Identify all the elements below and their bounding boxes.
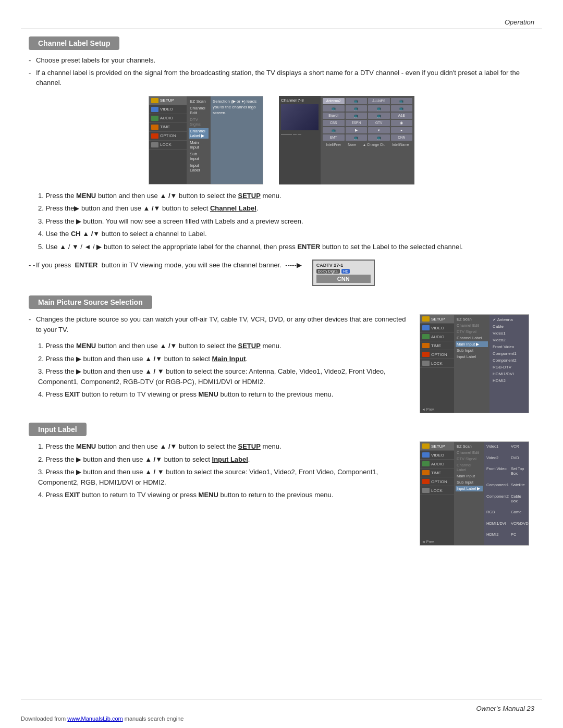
label-cell: 📺 xyxy=(368,113,390,119)
setup-bold-il1: SETUP xyxy=(238,442,260,450)
mi-sidebar-setup: SETUP xyxy=(420,315,454,324)
il-video1-label: Video1 xyxy=(486,444,509,455)
label-cell: 📺 xyxy=(346,98,368,104)
mi-time-label: TIME xyxy=(431,343,441,348)
exit-bold-mp: EXIT xyxy=(65,390,80,398)
mi-lock-icon xyxy=(422,361,430,366)
setup-main-menu: EZ Scan Channel Edit DTV Signal Channel … xyxy=(187,96,211,184)
label-cell: 📺 xyxy=(346,134,368,141)
mi-video2: Video2 xyxy=(492,337,527,343)
channel-label-steps: 1. Press the MENU button and then use ▲ … xyxy=(29,191,534,252)
footer-rule xyxy=(21,699,542,699)
menu-ezscan: EZ Scan xyxy=(189,98,209,104)
header-rule xyxy=(21,29,542,29)
il-comp1-label: Component1 xyxy=(486,483,509,493)
input-label-title: Input Label xyxy=(29,423,87,436)
ch-bold: CH ▲ /▼ xyxy=(71,230,100,238)
mp-step-2: 2. Press the ▶ button and then use ▲ /▼ … xyxy=(29,354,409,364)
mi-option-icon xyxy=(422,352,430,357)
footer-page-number: Owner's Manual 23 xyxy=(476,705,534,712)
sidebar-option-label: OPTION xyxy=(160,133,176,138)
labels-left-panel: Channel 7-8 ——— — — xyxy=(279,96,321,184)
enter-bold-1: ENTER xyxy=(297,243,320,251)
il-step-2: 2. Press the ▶ button and then use ▲ /▼ … xyxy=(29,454,409,465)
footer-download: Downloaded from www.ManualsLib.com manua… xyxy=(21,715,183,722)
il-step-3: 3. Press the ▶ button and then use ▲ / ▼… xyxy=(29,467,409,487)
step-3: 3. Press the ▶ button. You will now see … xyxy=(29,216,534,227)
il-rgb-label: RGB xyxy=(486,510,509,521)
sidebar-setup-label: SETUP xyxy=(160,98,174,103)
channel-name: CNN xyxy=(316,275,371,283)
main-input-bold: Main Input xyxy=(212,355,246,363)
setup-bold-1: SETUP xyxy=(238,192,260,200)
label-cell: EMT xyxy=(323,134,345,141)
label-cell: ♥ xyxy=(368,127,390,133)
channel-banner: CADTV 27-1 Dolby Digital HD CNN xyxy=(312,260,375,286)
il-sidebar-setup: SETUP xyxy=(420,442,454,451)
mi-lock-label: LOCK xyxy=(431,361,443,366)
label-cell: 📺 xyxy=(368,105,390,112)
arrows-il2: ▲ /▼ xyxy=(145,455,162,463)
il-comp2-label: Component2 xyxy=(486,494,509,510)
il-video-icon xyxy=(422,452,430,458)
channel-label-section: Channel Label Setup Choose preset labels… xyxy=(29,36,534,286)
label-cell: GTV xyxy=(368,120,390,126)
label-cell: 📺 xyxy=(346,105,368,112)
setup-icon xyxy=(151,98,158,103)
il-time-icon xyxy=(422,470,430,475)
il-cable-value: Cable Box xyxy=(511,494,529,510)
il-stb-value: Set Top Box xyxy=(511,466,529,482)
channel-banner-top: CADTV 27-1 xyxy=(316,263,371,268)
il-hdmi1-label: HDMI1/DVI xyxy=(486,521,509,532)
mi-rgb-dtv: RGB-DTV xyxy=(492,364,527,370)
input-label-content: 1. Press the MENU button and then use ▲ … xyxy=(29,441,534,546)
label-cell: Bravo! xyxy=(323,113,345,119)
label-cell: ◉ xyxy=(391,120,413,126)
label-preview xyxy=(281,104,319,130)
setup-sidebar: SETUP VIDEO AUDIO xyxy=(149,96,187,184)
il-sidebar-option: OPTION xyxy=(420,477,454,486)
input-label-steps: 1. Press the MENU button and then use ▲ … xyxy=(29,441,409,500)
il-vcr-value: VCR xyxy=(511,444,529,455)
menu-bold-il4: MENU xyxy=(199,491,218,499)
time-icon xyxy=(151,125,158,130)
sidebar-video-label: VIDEO xyxy=(160,107,173,112)
lock-icon xyxy=(151,142,158,147)
il-dvd-value: DVD xyxy=(511,455,529,466)
mi-sub-input: Sub Input xyxy=(456,348,488,353)
input-label-section: Input Label 1. Press the MENU button and… xyxy=(29,423,534,546)
menu-bold-il1: MENU xyxy=(76,442,96,450)
menu-channel-label: Channel Label ▶ xyxy=(189,128,209,139)
arrows-mp3: ▲ / ▼ xyxy=(145,367,164,375)
il-input-label: Input Label ▶ xyxy=(456,486,483,491)
setup-menu-screen: SETUP VIDEO AUDIO xyxy=(149,96,263,184)
il-option-icon xyxy=(422,479,430,484)
channel-label-bold: Channel Label xyxy=(210,204,256,212)
mi-audio-icon xyxy=(422,334,430,339)
il-main-input: Main Input xyxy=(456,473,483,479)
il-game-value: Game xyxy=(511,510,529,521)
header-operation: Operation xyxy=(505,18,534,26)
mp-step-3: 3. Press the ▶ button and then use ▲ / ▼… xyxy=(29,366,409,387)
arrows-2: ▲ /▼ xyxy=(143,204,161,212)
labels-screen: Channel 7-8 ——— — — Antenna2 📺 ALLNPS 📺 … xyxy=(279,96,414,184)
mi-front-video: Front Video xyxy=(492,344,527,350)
mp-step-4: 4. Press EXIT button to return to TV vie… xyxy=(29,389,409,400)
mi-video-label: VIDEO xyxy=(431,326,444,330)
il-time-label: TIME xyxy=(431,471,441,475)
label-cell: CNN xyxy=(391,134,413,141)
mi-audio-label: AUDIO xyxy=(431,335,444,339)
channel-label-images: SETUP VIDEO AUDIO xyxy=(29,96,534,184)
enter-note: - If you press ENTER button in TV viewin… xyxy=(29,260,302,270)
step-1: 1. Press the MENU button and then use ▲ … xyxy=(29,191,534,201)
label-cell: A&E xyxy=(391,113,413,119)
footer-download-link[interactable]: www.ManualsLib.com xyxy=(67,715,123,722)
setup-panel: Selection (▶ or ●) leads you to the chan… xyxy=(211,96,263,184)
dolby-badge: Dolby Digital xyxy=(316,269,340,274)
arrows-il1: ▲ /▼ xyxy=(160,442,177,450)
mi-channel-label: Channel Label xyxy=(456,335,488,341)
sidebar-lock: LOCK xyxy=(149,141,187,150)
sidebar-time: TIME xyxy=(149,123,187,132)
arrows-il3: ▲ / ▼ xyxy=(145,468,164,476)
label-cell: 📺 xyxy=(391,105,413,112)
